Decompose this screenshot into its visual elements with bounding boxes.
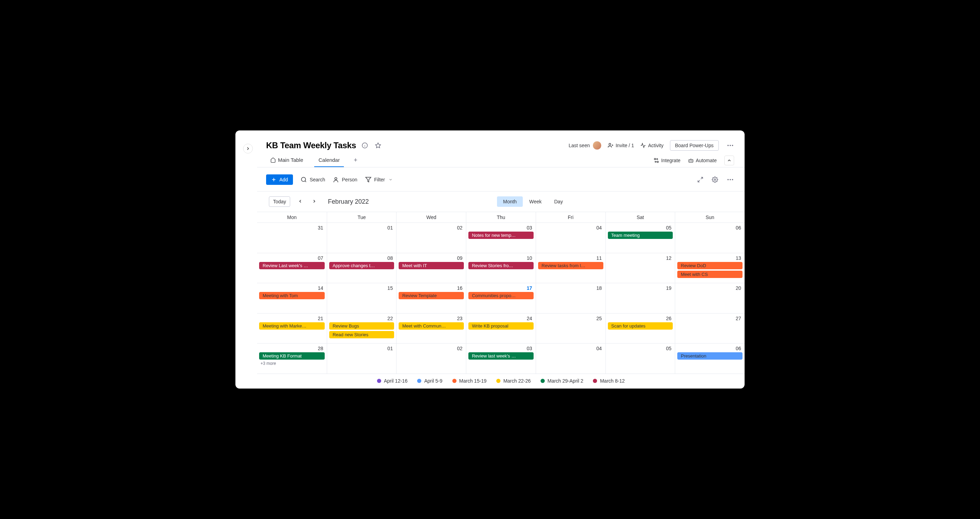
invite-button[interactable]: Invite / 1 (608, 143, 634, 148)
day-cell[interactable]: 05Team meeting (605, 223, 675, 253)
day-cell[interactable]: 23Meet with Commun… (396, 314, 466, 344)
add-button[interactable]: Add (266, 174, 293, 185)
avatar (593, 141, 601, 150)
calendar-event[interactable]: Meeting with Marke… (259, 322, 325, 330)
calendar-event[interactable]: Team meeting (608, 232, 673, 239)
search-button[interactable]: Search (301, 177, 325, 183)
day-cell[interactable]: 02 (396, 223, 466, 253)
day-cell[interactable]: 10Review Stories fro… (466, 253, 536, 283)
day-number: 18 (538, 285, 603, 292)
day-cell[interactable]: 19 (605, 283, 675, 314)
prev-month-button[interactable] (296, 197, 304, 206)
day-cell[interactable]: 21Meeting with Marke… (257, 314, 327, 344)
activity-button[interactable]: Activity (640, 143, 663, 148)
day-number: 06 (677, 345, 743, 352)
calendar-event[interactable]: Meeting with Tom (259, 292, 325, 299)
day-cell[interactable]: 07Review Last week's … (257, 253, 327, 283)
calendar-event[interactable]: Meet with CS (677, 271, 743, 278)
filter-button[interactable]: Filter (365, 177, 393, 183)
day-cell[interactable]: 01 (327, 223, 396, 253)
robot-icon (688, 158, 694, 163)
day-cell[interactable]: 08Approve changes t… (327, 253, 396, 283)
day-cell[interactable]: 28Meeting KB Format+3 more (257, 344, 327, 374)
maximize-icon (697, 177, 703, 183)
day-number: 17 (468, 285, 534, 292)
day-cell[interactable]: 06 (675, 223, 745, 253)
last-seen[interactable]: Last seen (569, 141, 602, 150)
calendar-event[interactable]: Write KB proposal (468, 322, 534, 330)
tab-calendar[interactable]: Calendar (314, 153, 344, 167)
collapse-header-button[interactable] (724, 156, 734, 165)
calendar-event[interactable]: Communities propo… (468, 292, 534, 299)
day-number: 01 (329, 224, 395, 232)
calendar-event[interactable]: Notes for new temp… (468, 232, 534, 239)
day-cell[interactable]: 02 (396, 344, 466, 374)
settings-button[interactable] (710, 175, 719, 184)
calendar-event[interactable]: Meet with Commun… (399, 322, 464, 330)
fullscreen-button[interactable] (696, 175, 705, 184)
integrate-button[interactable]: Integrate (654, 158, 681, 163)
svg-line-22 (698, 180, 700, 182)
day-cell[interactable]: 06Presentation (675, 344, 745, 374)
calendar-event[interactable]: Presentation (677, 352, 743, 360)
day-cell[interactable]: 14Meeting with Tom (257, 283, 327, 314)
day-cell[interactable]: 22Review BugsRead new Stories (327, 314, 396, 344)
more-menu-button[interactable] (725, 140, 735, 151)
calendar-event[interactable]: Review DoD (677, 262, 743, 269)
day-number: 07 (259, 255, 325, 262)
today-button[interactable]: Today (269, 196, 290, 207)
calendar-event[interactable]: Review last week's … (468, 352, 534, 360)
day-cell[interactable]: 20 (675, 283, 745, 314)
tab-main-table[interactable]: Main Table (266, 153, 307, 167)
day-cell[interactable]: 16Review Template (396, 283, 466, 314)
day-cell[interactable]: 25 (536, 314, 605, 344)
view-day-button[interactable]: Day (548, 196, 569, 207)
dow-header: Sat (605, 212, 675, 223)
day-cell[interactable]: 11Review tasks from l… (536, 253, 605, 283)
calendar-event[interactable]: Review Template (399, 292, 464, 299)
star-icon[interactable] (374, 141, 383, 150)
calendar-event[interactable]: Review Bugs (329, 322, 395, 330)
more-events-link[interactable]: +3 more (259, 361, 325, 366)
calendar-event[interactable]: Read new Stories (329, 331, 395, 338)
calendar-event[interactable]: Review Stories fro… (468, 262, 534, 269)
day-cell[interactable]: 04 (536, 344, 605, 374)
activity-icon (640, 143, 646, 148)
day-cell[interactable]: 12 (605, 253, 675, 283)
calendar-event[interactable]: Scan for updates (608, 322, 673, 330)
expand-sidebar-button[interactable] (243, 144, 253, 153)
day-cell[interactable]: 15 (327, 283, 396, 314)
day-cell[interactable]: 24Write KB proposal (466, 314, 536, 344)
add-tab-button[interactable]: + (351, 157, 360, 164)
legend-item: March 22-26 (496, 378, 531, 384)
day-cell[interactable]: 31 (257, 223, 327, 253)
automate-button[interactable]: Automate (688, 158, 717, 163)
view-more-button[interactable] (725, 174, 735, 185)
legend-dot (593, 379, 597, 383)
power-ups-button[interactable]: Board Power-Ups (670, 140, 719, 151)
day-cell[interactable]: 13Review DoDMeet with CS (675, 253, 745, 283)
calendar-event[interactable]: Meeting KB Format (259, 352, 325, 360)
calendar-event[interactable]: Review Last week's … (259, 262, 325, 269)
day-cell[interactable]: 03Review last week's … (466, 344, 536, 374)
legend-item: March 29-April 2 (541, 378, 584, 384)
day-cell[interactable]: 09Meet with IT (396, 253, 466, 283)
day-cell[interactable]: 18 (536, 283, 605, 314)
day-cell[interactable]: 17Communities propo… (466, 283, 536, 314)
day-cell[interactable]: 03Notes for new temp… (466, 223, 536, 253)
calendar-event[interactable]: Review tasks from l… (538, 262, 603, 269)
view-week-button[interactable]: Week (523, 196, 548, 207)
day-cell[interactable]: 04 (536, 223, 605, 253)
next-month-button[interactable] (310, 197, 318, 206)
day-cell[interactable]: 05 (605, 344, 675, 374)
svg-marker-20 (366, 177, 371, 182)
calendar-event[interactable]: Meet with IT (399, 262, 464, 269)
info-icon[interactable] (360, 141, 369, 150)
day-number: 05 (608, 345, 673, 352)
day-cell[interactable]: 01 (327, 344, 396, 374)
day-cell[interactable]: 27 (675, 314, 745, 344)
person-filter-button[interactable]: Person (333, 177, 357, 183)
view-month-button[interactable]: Month (497, 196, 523, 207)
calendar-event[interactable]: Approve changes t… (329, 262, 395, 269)
day-cell[interactable]: 26Scan for updates (605, 314, 675, 344)
